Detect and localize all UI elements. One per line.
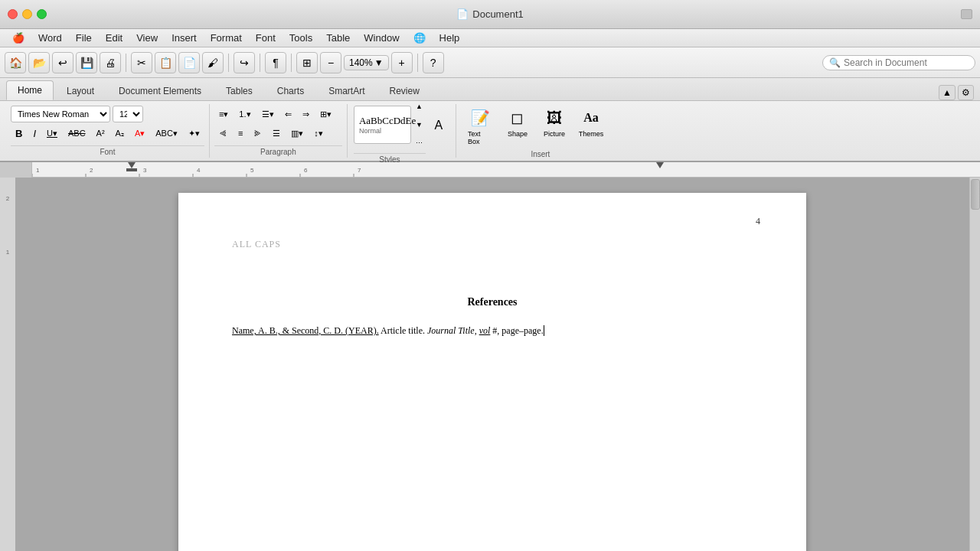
all-caps-text: ALL CAPS (232, 239, 753, 250)
line-spacing-button[interactable]: ↕▾ (309, 125, 328, 142)
ribbon-collapse-button[interactable]: ▲ (939, 85, 956, 100)
shape-button[interactable]: ◻ Shape (499, 104, 536, 141)
subscript-button[interactable]: A₂ (111, 125, 129, 142)
align-right-button[interactable]: ⫸ (249, 125, 266, 142)
align-left-button[interactable]: ⫷ (214, 125, 232, 142)
bullets-button[interactable]: ≡▾ (214, 106, 233, 122)
styles-down-button[interactable]: ▼ (413, 116, 426, 133)
separator-4 (291, 54, 292, 72)
bold-button[interactable]: B (11, 125, 27, 142)
svg-rect-16 (126, 168, 137, 171)
menu-apple[interactable]: 🍎 (6, 31, 31, 45)
ribbon-content: Times New Roman 12 B I U▾ ABC A² A₂ A▾ A… (0, 101, 980, 162)
themes-button[interactable]: Aa Themes (573, 104, 609, 141)
open-button[interactable]: 📂 (28, 52, 50, 73)
svg-text:1: 1 (36, 167, 40, 174)
font-color-button[interactable]: A▾ (130, 125, 149, 142)
copy-button[interactable]: 📋 (155, 52, 176, 73)
menu-format[interactable]: Format (204, 31, 248, 45)
tab-charts[interactable]: Charts (266, 81, 315, 100)
zoom-in-button[interactable]: + (391, 52, 413, 73)
styles-up-button[interactable]: ▲ (413, 98, 426, 115)
cut-button[interactable]: ✂ (131, 52, 152, 73)
themes-label: Themes (579, 130, 604, 138)
styles-large-button[interactable]: A (428, 115, 449, 136)
picture-label: Picture (544, 130, 565, 138)
align-center-button[interactable]: ≡ (234, 125, 247, 142)
svg-text:5: 5 (250, 167, 254, 174)
strikethrough-button[interactable]: ABC (64, 125, 90, 142)
styles-more-button[interactable]: ⋯ (413, 135, 426, 152)
maximize-button[interactable] (37, 9, 47, 19)
undo-button[interactable]: ↩ (52, 52, 74, 73)
indent-increase-button[interactable]: ⇒ (298, 106, 314, 122)
document-area: 2 1 4 ALL CAPS References Name, A. B., &… (0, 178, 980, 551)
window-resize-button[interactable] (961, 9, 972, 19)
themes-icon: Aa (580, 107, 602, 129)
new-doc-button[interactable]: 🏠 (5, 52, 26, 73)
search-input[interactable] (844, 57, 966, 68)
view-options-button[interactable]: ⊞ (296, 52, 318, 73)
paste-button[interactable]: 📄 (178, 52, 200, 73)
menu-file[interactable]: File (70, 31, 98, 45)
numbering-button[interactable]: 1.▾ (234, 106, 255, 122)
tab-tables[interactable]: Tables (214, 81, 264, 100)
paragraph-group-label: Paragraph (214, 145, 342, 156)
tab-home[interactable]: Home (6, 80, 54, 100)
document-scroll[interactable]: 4 ALL CAPS References Name, A. B., & Sec… (15, 178, 969, 551)
menu-view[interactable]: View (130, 31, 164, 45)
borders-button[interactable]: ⊞▾ (315, 106, 336, 122)
superscript-button[interactable]: A² (92, 125, 109, 142)
zoom-control[interactable]: 140% ▼ (344, 55, 389, 70)
titlebar: 📄 Document1 (0, 0, 980, 29)
scrollbar-thumb[interactable] (971, 179, 980, 210)
close-button[interactable] (8, 9, 18, 19)
separator-2 (228, 54, 229, 72)
tab-document-elements[interactable]: Document Elements (107, 81, 213, 100)
menu-edit[interactable]: Edit (100, 31, 129, 45)
svg-rect-18 (0, 178, 15, 551)
save-button[interactable]: 💾 (76, 52, 97, 73)
window-title: 📄 Document1 (456, 8, 523, 20)
minimize-button[interactable] (22, 9, 32, 19)
shape-icon: ◻ (507, 107, 528, 129)
underline-button[interactable]: U▾ (42, 125, 62, 142)
reference-entry[interactable]: Name, A. B., & Second, C. D. (YEAR). Art… (232, 324, 753, 338)
svg-text:3: 3 (143, 167, 147, 174)
outline-button[interactable]: ☰▾ (257, 106, 279, 122)
highlight-button[interactable]: ABC▾ (151, 125, 182, 142)
search-bar[interactable]: 🔍 (822, 55, 975, 70)
help-button[interactable]: ? (423, 52, 444, 73)
zoom-out-button[interactable]: − (320, 52, 341, 73)
format-painter-button[interactable]: 🖌 (202, 52, 224, 73)
styles-preview[interactable]: AaBbCcDdEe Normal (354, 106, 411, 144)
menu-table[interactable]: Table (320, 31, 356, 45)
menu-online[interactable]: 🌐 (407, 31, 432, 45)
textbox-button[interactable]: 📝 Text Box (462, 104, 499, 148)
print-button[interactable]: 🖨 (100, 52, 121, 73)
justify-button[interactable]: ☰ (268, 125, 285, 142)
svg-text:4: 4 (197, 167, 201, 174)
scrollbar[interactable] (969, 178, 980, 551)
menu-font[interactable]: Font (250, 31, 282, 45)
menu-word[interactable]: Word (32, 31, 68, 45)
menu-insert[interactable]: Insert (165, 31, 203, 45)
menu-window[interactable]: Window (358, 31, 405, 45)
italic-button[interactable]: I (28, 125, 41, 142)
ribbon-options-button[interactable]: ⚙ (958, 85, 974, 100)
font-size-select[interactable]: 12 (113, 106, 143, 122)
menu-tools[interactable]: Tools (283, 31, 318, 45)
pilcrow-button[interactable]: ¶ (265, 52, 286, 73)
separator-5 (417, 54, 418, 72)
page-number: 4 (756, 216, 760, 227)
menu-help[interactable]: Help (433, 31, 466, 45)
columns-button[interactable]: ▥▾ (286, 125, 308, 142)
redo-button[interactable]: ↪ (234, 52, 255, 73)
tab-layout[interactable]: Layout (55, 81, 106, 100)
picture-button[interactable]: 🖼 Picture (536, 104, 573, 141)
font-group: Times New Roman 12 B I U▾ ABC A² A₂ A▾ A… (6, 104, 210, 158)
separator-3 (260, 54, 260, 72)
font-name-select[interactable]: Times New Roman (11, 106, 110, 122)
clear-format-button[interactable]: ✦▾ (184, 125, 204, 142)
indent-decrease-button[interactable]: ⇐ (280, 106, 296, 122)
